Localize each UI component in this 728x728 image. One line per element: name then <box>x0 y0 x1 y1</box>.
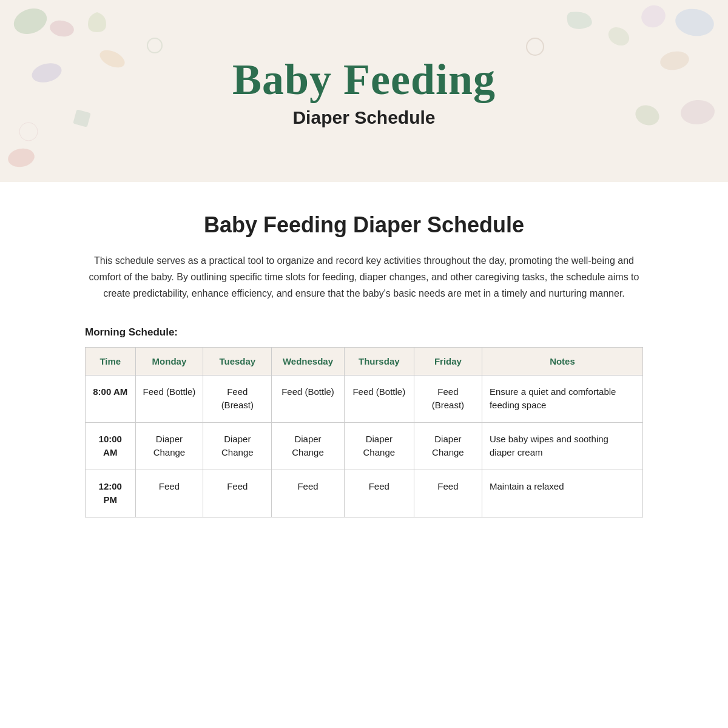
deco-shape-15 <box>525 36 546 58</box>
table-cell: Feed (Bottle) <box>135 375 203 422</box>
table-cell: Use baby wipes and soothing diaper cream <box>482 422 642 470</box>
morning-schedule-table: Time Monday Tuesday Wednesday Thursday F… <box>85 347 643 517</box>
deco-shape-13 <box>634 103 661 127</box>
main-content: Baby Feeding Diaper Schedule This schedu… <box>61 182 667 554</box>
table-cell: 12:00 PM <box>86 470 136 517</box>
col-time: Time <box>86 347 136 375</box>
deco-shape-11 <box>607 24 631 49</box>
svg-point-6 <box>673 6 716 39</box>
col-notes: Notes <box>482 347 642 375</box>
deco-shape-7 <box>73 109 91 127</box>
svg-point-3 <box>97 49 127 70</box>
svg-point-0 <box>12 6 49 36</box>
table-cell: Diaper Change <box>344 422 414 470</box>
table-cell: Feed (Breast) <box>203 375 272 422</box>
svg-point-4 <box>19 123 38 141</box>
deco-shape-12 <box>679 97 716 127</box>
deco-shape-2 <box>49 18 76 39</box>
svg-rect-5 <box>73 109 90 127</box>
col-thursday: Thursday <box>344 347 414 375</box>
morning-schedule-label: Morning Schedule: <box>85 326 643 339</box>
table-row: 12:00 PMFeedFeedFeedFeedFeedMaintain a r… <box>86 470 643 517</box>
svg-point-1 <box>49 19 75 39</box>
deco-shape-6 <box>18 121 39 143</box>
table-header-row: Time Monday Tuesday Wednesday Thursday F… <box>86 347 643 375</box>
table-cell: Ensure a quiet and comfortable feeding s… <box>482 375 642 422</box>
table-cell: Feed <box>414 470 482 517</box>
page-description: This schedule serves as a practical tool… <box>85 252 643 302</box>
table-cell: Feed <box>344 470 414 517</box>
table-cell: Feed (Bottle) <box>344 375 414 422</box>
table-cell: 8:00 AM <box>86 375 136 422</box>
svg-point-13 <box>147 38 162 53</box>
deco-shape-1 <box>12 6 49 36</box>
deco-shape-10 <box>658 49 692 73</box>
table-cell: Feed (Bottle) <box>272 375 345 422</box>
svg-point-12 <box>527 38 544 55</box>
svg-point-11 <box>634 103 661 127</box>
table-cell: Feed <box>135 470 203 517</box>
col-tuesday: Tuesday <box>203 347 272 375</box>
table-cell: Diaper Change <box>272 422 345 470</box>
svg-point-14 <box>7 146 36 169</box>
deco-shape-14 <box>564 9 595 30</box>
table-row: 8:00 AMFeed (Bottle)Feed (Breast)Feed (B… <box>86 375 643 422</box>
deco-shape-4 <box>85 9 109 33</box>
table-cell: Feed <box>203 470 272 517</box>
col-friday: Friday <box>414 347 482 375</box>
svg-point-9 <box>607 24 631 49</box>
page-title: Baby Feeding Diaper Schedule <box>85 212 643 238</box>
table-cell: 10:00 AM <box>86 422 136 470</box>
table-cell: Diaper Change <box>203 422 272 470</box>
deco-shape-3 <box>30 61 64 85</box>
svg-point-8 <box>659 49 690 72</box>
table-row: 10:00 AMDiaper ChangeDiaper ChangeDiaper… <box>86 422 643 470</box>
svg-point-10 <box>679 99 715 126</box>
table-cell: Diaper Change <box>414 422 482 470</box>
svg-point-7 <box>640 3 667 30</box>
deco-shape-5 <box>97 49 127 70</box>
deco-shape-8 <box>673 6 716 39</box>
col-wednesday: Wednesday <box>272 347 345 375</box>
table-cell: Feed <box>272 470 345 517</box>
table-cell: Feed (Breast) <box>414 375 482 422</box>
header-title: Baby Feeding <box>232 55 496 105</box>
svg-point-2 <box>30 61 64 85</box>
deco-shape-9 <box>640 3 667 30</box>
table-cell: Diaper Change <box>135 422 203 470</box>
deco-shape-17 <box>6 146 36 170</box>
header: Baby Feeding Diaper Schedule <box>0 0 728 182</box>
table-cell: Maintain a relaxed <box>482 470 642 517</box>
col-monday: Monday <box>135 347 203 375</box>
header-subtitle: Diaper Schedule <box>292 107 435 128</box>
deco-shape-16 <box>146 36 164 55</box>
